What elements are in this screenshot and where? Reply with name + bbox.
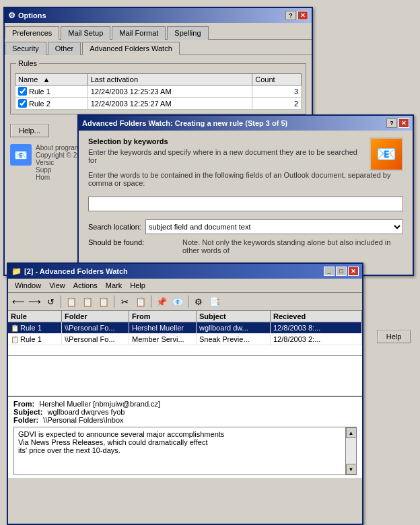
tb-pin[interactable]: 📌 xyxy=(154,294,169,309)
afw-menubar: Window View Actions Mark Help xyxy=(8,279,362,293)
subject-label: Subject: xyxy=(13,408,42,416)
tb-settings[interactable]: ⚙ xyxy=(191,294,206,309)
afw-close-btn[interactable]: ✕ xyxy=(348,267,359,276)
options-close-btn[interactable]: ✕ xyxy=(298,11,308,20)
menu-mark[interactable]: Mark xyxy=(102,280,126,291)
afw-main-window: 📁 [2] - Advanced Folders Watch _ □ ✕ Win… xyxy=(7,262,363,525)
tb-sep4 xyxy=(188,295,188,308)
folder-value: \\Personal Folders\Inbox xyxy=(43,416,123,424)
options-title: Options xyxy=(18,11,46,20)
tb-copy2[interactable]: 📋 xyxy=(80,294,95,309)
col-name: Name ▲ xyxy=(15,74,88,85)
tb-forward[interactable]: ⟶ xyxy=(27,294,42,309)
keyword-input[interactable] xyxy=(88,197,403,211)
list-item[interactable]: 📋 Rule 1 \\Personal Fo... Hershel Muelle… xyxy=(8,322,362,334)
afw-minimize-btn[interactable]: _ xyxy=(324,267,335,276)
afw-main-title: [2] - Advanced Folders Watch xyxy=(24,267,128,275)
afw-dialog-title: Advanced Folders Watch: Creating a new r… xyxy=(82,119,287,127)
preview-folder-row: Folder: \\Personal Folders\Inbox xyxy=(13,416,357,424)
table-row[interactable]: Rule 1 12/24/2003 12:25:23 AM 3 xyxy=(15,85,302,98)
should-be-section: Should be found: xyxy=(88,238,169,254)
tb-mail[interactable]: 📧 xyxy=(170,294,185,309)
rule-name-cell: Rule 2 xyxy=(15,98,88,110)
afw-maximize-btn[interactable]: □ xyxy=(336,267,347,276)
menu-window[interactable]: Window xyxy=(11,280,45,291)
scroll-down[interactable]: ▼ xyxy=(346,464,357,475)
tab-other[interactable]: Other xyxy=(48,42,81,55)
preview-scrollbar[interactable]: ▲ ▼ xyxy=(345,427,356,475)
list-item[interactable]: 📋 Rule 1 \\Personal Fo... Member Servi..… xyxy=(8,334,362,345)
afw-dialog-titlebar: Advanced Folders Watch: Creating a new r… xyxy=(79,116,413,131)
should-be-label: Should be found: xyxy=(88,238,169,246)
tab-spelling[interactable]: Spelling xyxy=(167,26,208,40)
row1-icon: 📋 xyxy=(11,324,19,332)
scroll-up[interactable]: ▲ xyxy=(346,427,357,438)
options-title-icon: ⚙ xyxy=(8,11,15,20)
rule2-checkbox[interactable] xyxy=(18,99,27,108)
tab-afw[interactable]: Advanced Folders Watch xyxy=(82,42,179,55)
tb-sep1 xyxy=(61,295,61,308)
afw-dialog-content: Selection by keywords Enter the keywords… xyxy=(79,131,413,261)
menu-view[interactable]: View xyxy=(45,280,69,291)
help-button[interactable]: Help... xyxy=(10,124,49,137)
rule1-count: 3 xyxy=(252,85,302,98)
preview-body: GDVI is expected to announce several maj… xyxy=(13,427,357,475)
row2-from: Member Servi... xyxy=(129,334,197,345)
table-row[interactable]: Rule 2 12/24/2003 12:25:27 AM 2 xyxy=(15,98,302,110)
afw-toolbar: ⟵ ⟶ ↺ 📋 📋 📋 ✂ 📋 📌 📧 ⚙ 📑 xyxy=(8,293,362,311)
tb-sep3 xyxy=(151,295,151,308)
tb-paste[interactable]: 📋 xyxy=(133,294,148,309)
from-value: Hershel Mueller [nbmjuiw@brand.cz] xyxy=(39,400,160,408)
dialog-icon: 📧 xyxy=(370,137,403,171)
options-help-btn[interactable]: ? xyxy=(285,11,296,20)
col-last-activation: Last activation xyxy=(88,74,252,85)
subject-value: wgllboard dwqrves fyob xyxy=(47,408,125,416)
tb-cut[interactable]: ✂ xyxy=(117,294,132,309)
note-text: Note. Not only the keywords standing alo… xyxy=(182,238,403,254)
rule1-checkbox[interactable] xyxy=(18,87,27,96)
col-recieved[interactable]: Recieved xyxy=(271,311,362,322)
side-help-button[interactable]: Help xyxy=(377,330,411,343)
note-section: Note. Not only the keywords standing alo… xyxy=(182,238,403,254)
search-location-row: Search location: subject field and docum… xyxy=(88,219,403,234)
tb-doc[interactable]: 📑 xyxy=(207,294,222,309)
tab-mail-format[interactable]: Mail Format xyxy=(112,26,166,40)
rules-group: Rules Name ▲ Last activation Count xyxy=(10,63,306,114)
tb-copy1[interactable]: 📋 xyxy=(64,294,79,309)
rule1-activation: 12/24/2003 12:25:23 AM xyxy=(88,85,252,98)
row1-subject: wgllboard dw... xyxy=(197,322,271,333)
col-rule[interactable]: Rule xyxy=(8,311,62,322)
tabs-row2: Security Other Advanced Folders Watch xyxy=(5,40,312,55)
tab-security[interactable]: Security xyxy=(5,42,46,55)
col-folder[interactable]: Folder xyxy=(62,311,129,322)
dialog-body-text: Enter the words to be contained in the f… xyxy=(88,171,403,187)
tb-copy3[interactable]: 📋 xyxy=(96,294,111,309)
row2-icon: 📋 xyxy=(11,336,19,343)
afw-list-header: Rule Folder From Subject Recieved xyxy=(8,311,362,322)
afw-dialog-help-btn[interactable]: ? xyxy=(386,118,397,128)
col-from[interactable]: From xyxy=(129,311,197,322)
afw-main-icon: 📁 xyxy=(11,267,22,276)
search-location-select[interactable]: subject field and document textsubject f… xyxy=(145,219,403,234)
rule2-activation: 12/24/2003 12:25:27 AM xyxy=(88,98,252,110)
preview-area: From: Hershel Mueller [nbmjuiw@brand.cz]… xyxy=(8,396,362,478)
preview-from-row: From: Hershel Mueller [nbmjuiw@brand.cz] xyxy=(13,400,357,408)
tb-refresh[interactable]: ↺ xyxy=(43,294,58,309)
afw-dialog-window: Advanced Folders Watch: Creating a new r… xyxy=(77,114,414,276)
tab-preferences[interactable]: Preferences xyxy=(5,26,59,40)
rules-label: Rules xyxy=(16,59,39,67)
tab-mail-setup[interactable]: Mail Setup xyxy=(61,26,110,40)
preview-body-text: GDVI is expected to announce several maj… xyxy=(18,430,340,454)
tb-back[interactable]: ⟵ xyxy=(11,294,26,309)
side-help-area: Help xyxy=(377,330,411,343)
preview-subject-row: Subject: wgllboard dwqrves fyob xyxy=(13,408,357,416)
menu-actions[interactable]: Actions xyxy=(69,280,102,291)
dialog-body: Selection by keywords Enter the keywords… xyxy=(88,137,363,171)
from-label: From: xyxy=(13,400,34,408)
about-icon: 📧 xyxy=(10,144,32,166)
menu-help[interactable]: Help xyxy=(126,280,149,291)
col-subject[interactable]: Subject xyxy=(197,311,271,322)
preview-header: From: Hershel Mueller [nbmjuiw@brand.cz]… xyxy=(13,400,357,424)
afw-main-titlebar: 📁 [2] - Advanced Folders Watch _ □ ✕ xyxy=(8,264,362,279)
afw-dialog-close-btn[interactable]: ✕ xyxy=(398,118,409,128)
